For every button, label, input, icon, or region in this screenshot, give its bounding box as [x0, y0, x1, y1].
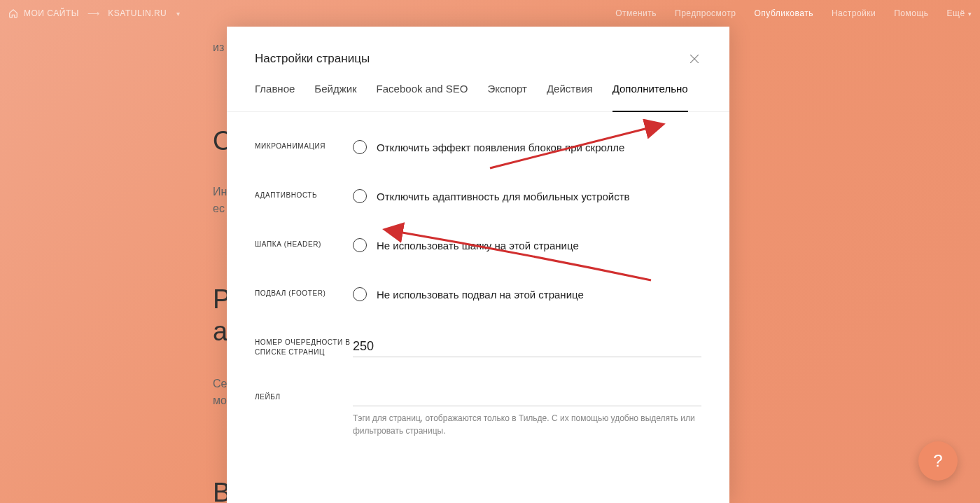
setting-order: НОМЕР ОЧЕРЕДНОСТИ В СПИСКЕ СТРАНИЦ: [255, 336, 701, 357]
tab-export[interactable]: Экспорт: [488, 83, 527, 102]
publish-link[interactable]: Опубликовать: [754, 8, 813, 18]
tab-additional[interactable]: Дополнительно: [612, 83, 688, 102]
setting-control: Отключить адаптивность для мобильных уст…: [353, 189, 701, 203]
order-input[interactable]: [353, 336, 701, 357]
preview-link[interactable]: Предпросмотр: [675, 8, 736, 18]
setting-control: [353, 336, 701, 357]
tab-main[interactable]: Главное: [255, 83, 295, 102]
option-text: Отключить эффект появления блоков при ск…: [377, 142, 624, 153]
site-name[interactable]: KSATULIN.RU: [108, 8, 167, 18]
bg-text: Се: [213, 375, 227, 392]
tab-actions[interactable]: Действия: [547, 83, 593, 102]
setting-label: НОМЕР ОЧЕРЕДНОСТИ В СПИСКЕ СТРАНИЦ: [255, 336, 353, 357]
modal-tabs: Главное Бейджик Facebook and SEO Экспорт…: [227, 83, 729, 112]
modal-title: Настройки страницы: [255, 52, 370, 66]
help-button[interactable]: ?: [918, 441, 958, 481]
radio-microanimation[interactable]: [353, 140, 367, 154]
home-icon[interactable]: [8, 8, 18, 18]
cancel-link[interactable]: Отменить: [615, 8, 657, 18]
option-text: Не использовать подвал на этой странице: [377, 289, 584, 301]
label-input[interactable]: [353, 385, 701, 406]
bg-text: из: [213, 39, 224, 56]
option-text: Не использовать шапку на этой странице: [377, 240, 579, 252]
page-settings-modal: Настройки страницы Главное Бейджик Faceb…: [227, 27, 729, 503]
tab-seo[interactable]: Facebook and SEO: [377, 83, 468, 102]
breadcrumb: МОИ САЙТЫ ⟶ KSATULIN.RU ▾: [8, 8, 181, 18]
radio-footer[interactable]: [353, 287, 367, 301]
setting-control: Отключить эффект появления блоков при ск…: [353, 140, 701, 154]
close-icon[interactable]: [687, 52, 701, 66]
setting-label: АДАПТИВНОСТЬ: [255, 189, 353, 200]
help-link[interactable]: Помощь: [894, 8, 928, 18]
bg-text: Ин: [213, 184, 227, 200]
bg-text: ес: [213, 200, 225, 217]
setting-control: Не использовать подвал на этой странице: [353, 287, 701, 301]
chevron-down-icon[interactable]: ▾: [176, 10, 181, 18]
chevron-down-icon: ▾: [968, 11, 972, 18]
top-bar: МОИ САЙТЫ ⟶ KSATULIN.RU ▾ Отменить Предп…: [0, 0, 980, 27]
modal-header: Настройки страницы: [227, 27, 729, 83]
setting-control: Не использовать шапку на этой странице: [353, 238, 701, 252]
radio-adaptivity[interactable]: [353, 189, 367, 203]
more-link[interactable]: Ещё ▾: [947, 8, 972, 18]
setting-label: ЛЕЙБЛ: [255, 385, 353, 402]
setting-microanimation: МИКРОАНИМАЦИЯ Отключить эффект появления…: [255, 140, 701, 154]
radio-header[interactable]: [353, 238, 367, 252]
modal-body: МИКРОАНИМАЦИЯ Отключить эффект появления…: [227, 112, 729, 437]
my-sites-link[interactable]: МОИ САЙТЫ: [24, 8, 79, 18]
setting-label: ШАПКА (HEADER): [255, 238, 353, 249]
setting-label-field: ЛЕЙБЛ Тэги для страниц, отображаются тол…: [255, 385, 701, 437]
hint-text: Тэги для страниц, отображаются только в …: [353, 412, 701, 437]
bg-text: мо: [213, 392, 227, 409]
settings-link[interactable]: Настройки: [832, 8, 876, 18]
option-text: Отключить адаптивность для мобильных уст…: [377, 191, 630, 202]
arrow-icon: ⟶: [88, 8, 100, 18]
setting-header: ШАПКА (HEADER) Не использовать шапку на …: [255, 238, 701, 252]
topbar-actions: Отменить Предпросмотр Опубликовать Настр…: [615, 8, 972, 18]
setting-adaptivity: АДАПТИВНОСТЬ Отключить адаптивность для …: [255, 189, 701, 203]
setting-footer: ПОДВАЛ (FOOTER) Не использовать подвал н…: [255, 287, 701, 301]
tab-badge[interactable]: Бейджик: [314, 83, 356, 102]
setting-label: ПОДВАЛ (FOOTER): [255, 287, 353, 298]
setting-control: Тэги для страниц, отображаются только в …: [353, 385, 701, 437]
setting-label: МИКРОАНИМАЦИЯ: [255, 140, 353, 151]
